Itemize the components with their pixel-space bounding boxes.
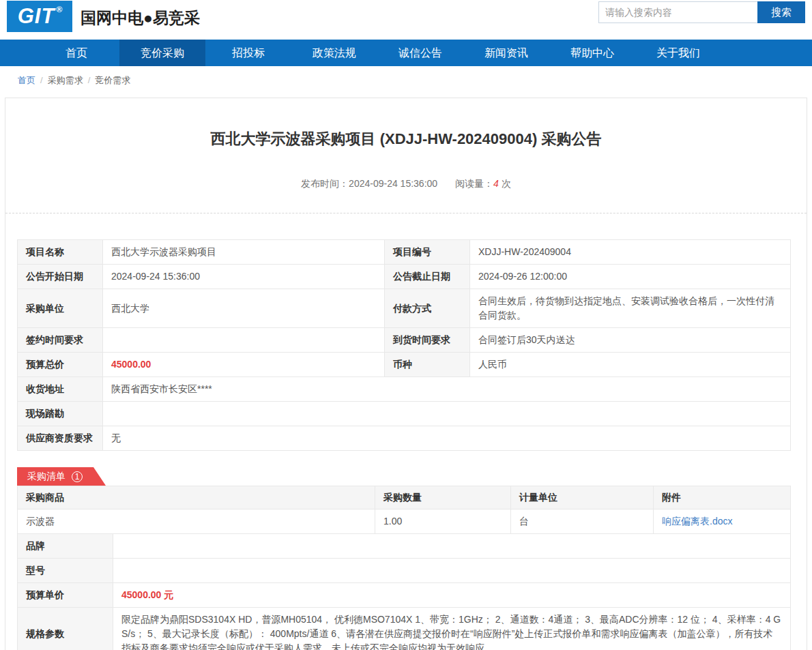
views-label: 阅读量： [455, 178, 493, 189]
info-value-payment-method: 合同生效后，待货物到达指定地点、安装调试验收合格后，一次性付清合同货款。 [470, 289, 791, 328]
search-input[interactable] [598, 1, 757, 23]
main-nav: 首页 竞价采购 招投标 政策法规 诚信公告 新闻资讯 帮助中心 关于我们 [0, 40, 812, 66]
nav-item-about-us[interactable]: 关于我们 [635, 40, 721, 66]
detail-value-model [113, 559, 791, 583]
info-label: 采购单位 [18, 289, 103, 328]
info-label: 预算总价 [18, 353, 103, 377]
breadcrumb-separator: / [40, 75, 43, 85]
nav-item-bidding-purchase[interactable]: 竞价采购 [119, 40, 205, 66]
project-info-table: 项目名称 西北大学示波器采购项目 项目编号 XDJJ-HW-202409004 … [17, 239, 791, 451]
info-label: 供应商资质要求 [18, 426, 103, 451]
info-label: 公告开始日期 [18, 265, 103, 289]
cell-quantity: 1.00 [375, 509, 511, 534]
table-row: 采购单位 西北大学 付款方式 合同生效后，待货物到达指定地点、安装调试验收合格后… [18, 289, 791, 328]
top-header: GIT® 国网中电●易竞采 搜索 [0, 0, 812, 40]
nav-item-tender[interactable]: 招投标 [205, 40, 291, 66]
detail-value-unit-budget: 45000.00 元 [113, 583, 791, 608]
info-value-end-date: 2024-09-26 12:00:00 [470, 265, 791, 289]
info-label: 项目名称 [18, 240, 103, 265]
breadcrumb-bidding-demand: 竞价需求 [95, 75, 130, 85]
table-row: 预算总价 45000.00 币种 人民币 [18, 353, 791, 377]
breadcrumb: 首页/采购需求/竞价需求 [0, 66, 812, 94]
info-value-project-code: XDJJ-HW-202409004 [470, 240, 791, 265]
info-value-start-date: 2024-09-24 15:36:00 [103, 265, 385, 289]
cell-product-name: 示波器 [18, 509, 375, 534]
purchase-list-table: 采购商品 采购数量 计量单位 附件 示波器 1.00 台 响应偏离表.docx [17, 486, 791, 534]
logo-text: GIT [18, 4, 55, 29]
info-value-site-survey [103, 402, 791, 426]
table-row: 示波器 1.00 台 响应偏离表.docx [18, 509, 791, 534]
info-label: 收货地址 [18, 377, 103, 402]
purchase-list-count-badge: 1 [72, 471, 83, 482]
table-row: 品牌 [18, 534, 791, 559]
publish-time-label: 发布时间： [301, 178, 349, 189]
table-row: 现场踏勘 [18, 402, 791, 426]
git-logo[interactable]: GIT® [7, 1, 72, 32]
views-unit: 次 [502, 178, 511, 189]
col-header-quantity: 采购数量 [375, 486, 511, 509]
info-label: 到货时间要求 [385, 328, 470, 353]
publish-time-value: 2024-09-24 15:36:00 [349, 178, 437, 189]
table-header-row: 采购商品 采购数量 计量单位 附件 [18, 486, 791, 509]
table-row: 项目名称 西北大学示波器采购项目 项目编号 XDJJ-HW-202409004 [18, 240, 791, 265]
breadcrumb-separator: / [88, 75, 91, 85]
nav-item-home[interactable]: 首页 [33, 40, 119, 66]
search-bar: 搜索 [598, 1, 805, 23]
info-value-supplier-qualification: 无 [103, 426, 791, 451]
info-value-purchaser: 西北大学 [103, 289, 385, 328]
table-row: 规格参数 限定品牌为鼎阳SDS3104X HD，普源MH05104， 优利德MS… [18, 608, 791, 650]
info-value-delivery-time: 合同签订后30天内送达 [470, 328, 791, 353]
table-row: 收货地址 陕西省西安市长安区**** [18, 377, 791, 402]
info-label: 项目编号 [385, 240, 470, 265]
detail-label: 预算单价 [18, 583, 113, 608]
info-label: 币种 [385, 353, 470, 377]
registered-mark: ® [56, 5, 63, 14]
detail-label: 品牌 [18, 534, 113, 559]
info-label: 公告截止日期 [385, 265, 470, 289]
table-row: 预算单价 45000.00 元 [18, 583, 791, 608]
card-body: 项目名称 西北大学示波器采购项目 项目编号 XDJJ-HW-202409004 … [5, 213, 807, 650]
table-row: 公告开始日期 2024-09-24 15:36:00 公告截止日期 2024-0… [18, 265, 791, 289]
breadcrumb-home[interactable]: 首页 [18, 75, 35, 85]
info-value-currency: 人民币 [470, 353, 791, 377]
info-label: 签约时间要求 [18, 328, 103, 353]
nav-item-news[interactable]: 新闻资讯 [463, 40, 549, 66]
site-title: 国网中电●易竞采 [81, 8, 200, 29]
nav-item-integrity-notice[interactable]: 诚信公告 [377, 40, 463, 66]
col-header-unit: 计量单位 [511, 486, 654, 509]
detail-label: 型号 [18, 559, 113, 583]
breadcrumb-purchase-demand: 采购需求 [48, 75, 83, 85]
col-header-attachment: 附件 [654, 486, 791, 509]
views-count: 4 [493, 178, 499, 189]
cell-unit: 台 [511, 509, 654, 534]
product-detail-table: 品牌 型号 预算单价 45000.00 元 规格参数 限定品牌为鼎阳SDS310… [17, 533, 791, 650]
info-value-delivery-address: 陕西省西安市长安区**** [103, 377, 791, 402]
attachment-link[interactable]: 响应偏离表.docx [662, 516, 732, 527]
info-value-total-budget: 45000.00 [103, 353, 385, 377]
info-value-sign-time [103, 328, 385, 353]
nav-item-policy[interactable]: 政策法规 [291, 40, 377, 66]
table-row: 型号 [18, 559, 791, 583]
search-button[interactable]: 搜索 [757, 1, 805, 23]
notice-card: 西北大学示波器采购项目 (XDJJ-HW-202409004) 采购公告 发布时… [5, 98, 807, 650]
notice-meta: 发布时间：2024-09-24 15:36:00阅读量：4次 [5, 178, 807, 190]
purchase-list-tag: 采购清单 1 [17, 467, 106, 486]
notice-head: 西北大学示波器采购项目 (XDJJ-HW-202409004) 采购公告 发布时… [5, 98, 807, 190]
info-label: 付款方式 [385, 289, 470, 328]
col-header-product: 采购商品 [18, 486, 375, 509]
detail-label: 规格参数 [18, 608, 113, 650]
table-row: 供应商资质要求 无 [18, 426, 791, 451]
info-value-project-name: 西北大学示波器采购项目 [103, 240, 385, 265]
page-title: 西北大学示波器采购项目 (XDJJ-HW-202409004) 采购公告 [5, 129, 807, 149]
detail-value-specifications: 限定品牌为鼎阳SDS3104X HD，普源MH05104， 优利德MSO7104… [113, 608, 791, 650]
info-label: 现场踏勘 [18, 402, 103, 426]
nav-item-help-center[interactable]: 帮助中心 [549, 40, 635, 66]
detail-value-brand [113, 534, 791, 559]
purchase-list-tag-label: 采购清单 [27, 471, 66, 483]
table-row: 签约时间要求 到货时间要求 合同签订后30天内送达 [18, 328, 791, 353]
